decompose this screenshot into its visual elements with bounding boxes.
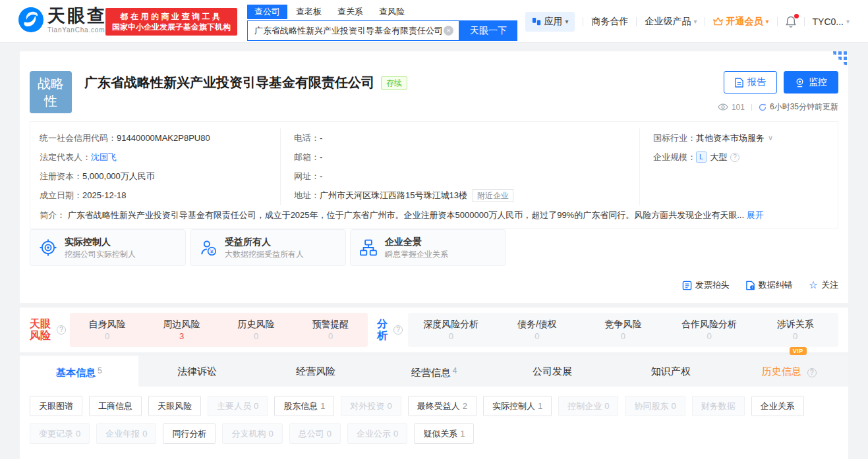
search-tab-boss[interactable]: 查老板 (296, 5, 322, 19)
deep-risk-analysis-item[interactable]: 深度风险分析 0 (408, 319, 494, 342)
risk-count: 0 (408, 331, 494, 342)
subnav-chips-card: 天眼图谱 工商信息 天眼风险 主要人员0 股东信息1 对外投资0 最终受益人2 … (20, 387, 848, 459)
divider (636, 17, 637, 26)
brand-domain: TianYanCha.com (47, 26, 107, 34)
divider (705, 17, 705, 26)
svg-text:¥: ¥ (210, 248, 214, 255)
invoice-title-link[interactable]: 发票抬头 (682, 279, 730, 291)
apps-menu[interactable]: 应用 ▾ (525, 12, 575, 32)
search-tab-company[interactable]: 查公司 (247, 5, 287, 19)
chip-key-personnel: 主要人员0 (208, 396, 268, 416)
tab-basic-info[interactable]: 基本信息5 (20, 356, 138, 387)
report-button-label: 报告 (747, 76, 766, 88)
intro-text: 广东省战略性新兴产业投资引导基金有限责任公司，成立于2025年，位于广东省广州市… (68, 210, 744, 220)
user-account-menu[interactable]: TYC0... ▾ (813, 16, 850, 27)
risk-label: 预警提醒 (293, 319, 368, 330)
cooperation-risk-item[interactable]: 合作风险分析 0 (666, 319, 753, 342)
risk-count: 0 (293, 331, 368, 342)
chip-controlled-companies: 控制企业0 (558, 396, 618, 416)
slogan-badge: 都在用的商业查询工具 国家中小企业发展子基金旗下机构 (105, 8, 237, 36)
data-correction-link[interactable]: i 数据纠错 (745, 279, 793, 291)
help-icon[interactable]: ? (57, 325, 66, 335)
field-label: 注册资本： (40, 167, 82, 186)
chevron-down-icon: ▾ (693, 18, 697, 25)
company-size-value: 大型 (710, 148, 727, 167)
chip-peer-analysis[interactable]: 同行分析 (163, 423, 216, 444)
tab-label: 公司发展 (533, 365, 572, 377)
legal-rep-link[interactable]: 沈国飞 (91, 148, 117, 167)
help-icon[interactable]: ? (730, 153, 739, 162)
risk-count: 0 (580, 331, 666, 342)
chip-tianyan-risk[interactable]: 天眼风险 (148, 396, 201, 416)
chip-business-info[interactable]: 工商信息 (89, 396, 142, 416)
chip-ultimate-beneficiary[interactable]: 最终受益人2 (408, 396, 477, 416)
open-vip-menu[interactable]: 开通会员 ▾ (713, 16, 768, 28)
divider (804, 17, 805, 26)
chip-head-office: 总公司0 (289, 423, 341, 444)
grid-icon (532, 17, 541, 26)
litigation-relation-item[interactable]: 涉诉关系 0 (752, 319, 838, 342)
data-correction-label: 数据纠错 (759, 279, 793, 291)
clear-search-icon[interactable]: × (444, 26, 453, 36)
actual-controller-card[interactable]: 实际控制人 挖掘公司实际控制人 (30, 229, 186, 266)
tab-company-development[interactable]: 公司发展 (493, 356, 612, 387)
username: TYC0... (813, 16, 844, 27)
tab-label: 历史信息 (762, 365, 801, 377)
invoice-icon (682, 281, 692, 290)
tab-operation-info[interactable]: 经营信息4 (375, 356, 494, 387)
beneficial-owner-card[interactable]: ¥ 受益所有人 大数据挖掘受益所有人 (190, 229, 346, 266)
search-input[interactable] (254, 26, 444, 36)
company-panorama-card[interactable]: 企业全景 瞬息掌握企业关系 (350, 229, 506, 266)
info-column-1: 统一社会信用代码：91440000MAK2P8PU80 法定代表人：沈国飞 注册… (40, 128, 280, 205)
chip-shareholders[interactable]: 股东信息1 (274, 396, 334, 416)
notifications-bell[interactable] (786, 16, 796, 28)
industry-value[interactable]: 其他资本市场服务 (696, 128, 765, 148)
chip-financial-data: 财务数据 (692, 396, 745, 416)
competition-risk-item[interactable]: 竞争风险 0 (580, 319, 666, 342)
divider (583, 17, 583, 26)
enterprise-products-menu[interactable]: 企业级产品 ▾ (645, 16, 697, 28)
warning-reminder-item[interactable]: 预警提醒 0 (293, 319, 368, 342)
debt-credit-item[interactable]: 债务/债权 0 (494, 319, 581, 342)
site-logo[interactable]: 天眼查 TianYanCha.com (18, 6, 107, 34)
tab-legal-litigation[interactable]: 法律诉讼 (138, 356, 257, 387)
chip-suspected-relations[interactable]: 疑似关系1 (414, 423, 474, 444)
tab-history-info[interactable]: 历史信息 VIP ? (730, 356, 848, 387)
status-badge: 存续 (381, 76, 407, 90)
refresh-icon[interactable] (759, 103, 767, 111)
chip-company-relations[interactable]: 企业关系 (751, 396, 804, 416)
crown-icon (713, 17, 723, 26)
chip-tianyan-graph[interactable]: 天眼图谱 (30, 396, 82, 416)
feature-desc: 挖掘公司实际控制人 (65, 249, 136, 259)
chevron-down-icon[interactable]: ∨ (768, 128, 773, 148)
monitor-button[interactable]: 监控 (784, 71, 838, 94)
risk-count: 0 (666, 331, 753, 342)
help-icon[interactable]: ? (807, 368, 817, 377)
risk-count: 0 (219, 331, 293, 342)
field-label: 国标行业： (653, 128, 696, 148)
search-tab-risk[interactable]: 查风险 (379, 5, 405, 19)
self-risk-item[interactable]: 自身风险 0 (70, 319, 144, 342)
tab-operation-risk[interactable]: 经营风险 (256, 356, 375, 387)
tab-intellectual-property[interactable]: 知识产权 (612, 356, 730, 387)
search-tab-relation[interactable]: 查关系 (337, 5, 363, 19)
chip-actual-controller[interactable]: 实际控制人1 (483, 396, 552, 416)
risk-group-analysis: 深度风险分析 0 债务/债权 0 竞争风险 0 合作风险分析 0 涉诉关系 0 (408, 313, 838, 347)
company-logo: 战略 性 (30, 71, 72, 113)
report-button[interactable]: 报告 (724, 71, 777, 94)
eye-icon (718, 103, 728, 111)
nearby-companies-button[interactable]: 附近企业 (473, 189, 513, 202)
help-icon[interactable]: ? (393, 325, 403, 335)
history-risk-item[interactable]: 历史风险 0 (219, 319, 293, 342)
company-header-card: 战略 性 广东省战略性新兴产业投资引导基金有限责任公司 存续 报告 监控 (20, 51, 848, 303)
expand-link[interactable]: 展开 (747, 210, 764, 220)
monitor-button-label: 监控 (809, 76, 827, 88)
risk-count: 0 (752, 331, 838, 342)
intro-label: 简介： (40, 210, 65, 220)
follow-link[interactable]: ☆ 关注 (809, 279, 838, 291)
credit-code-value: 91440000MAK2P8PU80 (117, 128, 210, 148)
business-cooperation-link[interactable]: 商务合作 (591, 16, 628, 28)
field-label: 网址： (294, 167, 320, 186)
surrounding-risk-item[interactable]: 周边风险 3 (144, 319, 219, 342)
search-button[interactable]: 天眼一下 (459, 20, 517, 41)
